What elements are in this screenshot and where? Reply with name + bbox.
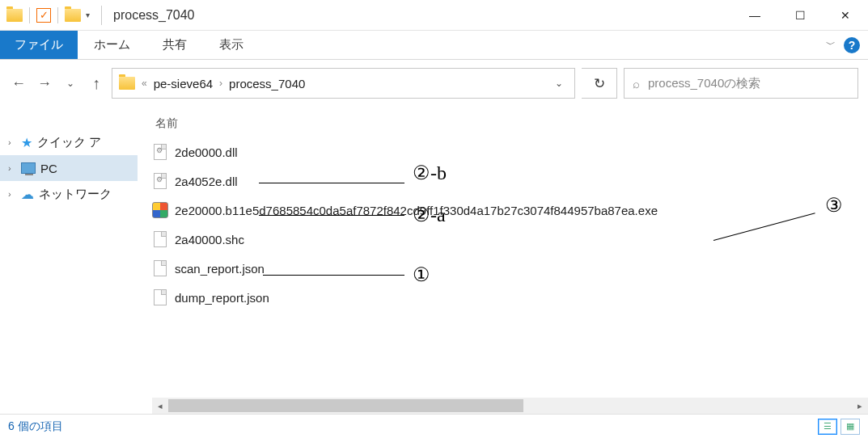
- list-item[interactable]: 2de0000.dll: [152, 137, 868, 166]
- content-area: 名前 2de0000.dll 2a4052e.dll 2e20000.b11e5…: [138, 107, 868, 414]
- qat-dropdown-icon[interactable]: ▾: [83, 11, 93, 19]
- sidebar-item-label: ネットワーク: [39, 187, 112, 202]
- column-header-name[interactable]: 名前: [152, 107, 868, 137]
- search-box[interactable]: ⌕ process_7040の検索: [624, 68, 858, 99]
- separator: [29, 7, 30, 23]
- tab-home[interactable]: ホーム: [78, 31, 146, 59]
- forward-button[interactable]: →: [36, 75, 53, 92]
- ribbon: ファイル ホーム 共有 表示 ﹀ ?: [0, 31, 868, 60]
- sidebar-item-label: クイック ア: [37, 135, 101, 150]
- pc-icon: [21, 162, 36, 174]
- sidebar-item-label: PC: [40, 162, 57, 175]
- sidebar-item-pc[interactable]: › PC: [0, 155, 138, 181]
- item-count: 6 個の項目: [8, 419, 63, 434]
- folder-icon: [65, 9, 81, 22]
- file-icon: [152, 260, 168, 276]
- status-bar: 6 個の項目 ☰ ▦: [0, 414, 868, 438]
- separator: [101, 6, 102, 25]
- expand-icon[interactable]: ›: [8, 189, 16, 199]
- horizontal-scrollbar[interactable]: ◂ ▸: [152, 398, 868, 414]
- expand-icon[interactable]: ›: [8, 163, 16, 173]
- address-bar[interactable]: « pe-sieve64 › process_7040 ⌄: [112, 68, 575, 99]
- file-tab[interactable]: ファイル: [0, 31, 78, 59]
- nav-pane: › ★ クイック ア › PC › ☁ ネットワーク: [0, 107, 138, 414]
- file-name: dump_report.json: [175, 291, 269, 305]
- exe-icon: [152, 202, 168, 218]
- nav-arrows: ← → ⌄ ↑: [10, 74, 105, 93]
- sidebar-item-quickaccess[interactable]: › ★ クイック ア: [0, 129, 138, 155]
- back-button[interactable]: ←: [10, 75, 28, 92]
- list-item[interactable]: 2a4052e.dll: [152, 166, 868, 196]
- scroll-right-icon[interactable]: ▸: [852, 401, 868, 411]
- expand-icon[interactable]: ›: [8, 137, 16, 147]
- body: › ★ クイック ア › PC › ☁ ネットワーク 名前 2de0000.dl…: [0, 107, 868, 414]
- file-name: 2a40000.shc: [175, 233, 244, 246]
- list-item[interactable]: 2a40000.shc: [152, 225, 868, 254]
- file-name: scan_report.json: [175, 262, 265, 276]
- file-name: 2a4052e.dll: [175, 175, 238, 188]
- help-icon[interactable]: ?: [844, 37, 860, 53]
- nav-row: ← → ⌄ ↑ « pe-sieve64 › process_7040 ⌄ ↻ …: [0, 60, 868, 107]
- file-icon: [152, 231, 168, 247]
- quick-access-toolbar: ✓ ▾: [0, 7, 93, 23]
- file-list: 2de0000.dll 2a4052e.dll 2e20000.b11e5d76…: [152, 137, 868, 398]
- address-dropdown-icon[interactable]: ⌄: [548, 78, 569, 89]
- window-title: process_7040: [110, 8, 195, 23]
- close-button[interactable]: ✕: [823, 0, 868, 31]
- file-icon: [152, 289, 168, 305]
- breadcrumb-segment[interactable]: process_7040: [229, 77, 305, 91]
- window-controls: — ☐ ✕: [732, 0, 868, 31]
- ribbon-collapse-icon[interactable]: ﹀: [826, 38, 836, 52]
- view-switcher: ☰ ▦: [818, 419, 860, 435]
- network-icon: ☁: [21, 187, 34, 202]
- folder-icon: [6, 9, 23, 22]
- titlebar: ✓ ▾ process_7040 — ☐ ✕: [0, 0, 868, 31]
- recent-dropdown-icon[interactable]: ⌄: [61, 78, 79, 89]
- maximize-button[interactable]: ☐: [777, 0, 823, 31]
- tab-share[interactable]: 共有: [146, 31, 203, 59]
- qat-properties-icon[interactable]: ✓: [36, 8, 51, 23]
- scroll-left-icon[interactable]: ◂: [152, 401, 168, 411]
- refresh-button[interactable]: ↻: [582, 68, 617, 99]
- search-placeholder: process_7040の検索: [648, 76, 760, 91]
- search-icon: ⌕: [633, 77, 640, 91]
- scroll-thumb[interactable]: [168, 399, 523, 412]
- list-item[interactable]: dump_report.json: [152, 283, 868, 312]
- dll-icon: [152, 173, 168, 189]
- star-icon: ★: [21, 135, 32, 150]
- minimize-button[interactable]: —: [732, 0, 777, 31]
- breadcrumb-segment[interactable]: pe-sieve64: [154, 77, 213, 91]
- folder-icon: [119, 77, 135, 90]
- list-item[interactable]: 2e20000.b11e5d7685854c0da5af7872f842cd9f…: [152, 196, 868, 225]
- scroll-track[interactable]: [168, 398, 852, 413]
- list-item[interactable]: scan_report.json: [152, 254, 868, 283]
- dll-icon: [152, 144, 168, 160]
- file-name: 2e20000.b11e5d7685854c0da5af7872f842cd9f…: [175, 204, 658, 217]
- separator: [57, 7, 58, 23]
- address-prefix: «: [142, 78, 147, 89]
- up-button[interactable]: ↑: [87, 74, 105, 93]
- chevron-right-icon[interactable]: ›: [219, 78, 222, 89]
- tab-view[interactable]: 表示: [203, 31, 260, 59]
- file-name: 2de0000.dll: [175, 145, 238, 159]
- sidebar-item-network[interactable]: › ☁ ネットワーク: [0, 181, 138, 207]
- thumbnails-view-icon[interactable]: ▦: [840, 419, 860, 435]
- details-view-icon[interactable]: ☰: [818, 419, 837, 435]
